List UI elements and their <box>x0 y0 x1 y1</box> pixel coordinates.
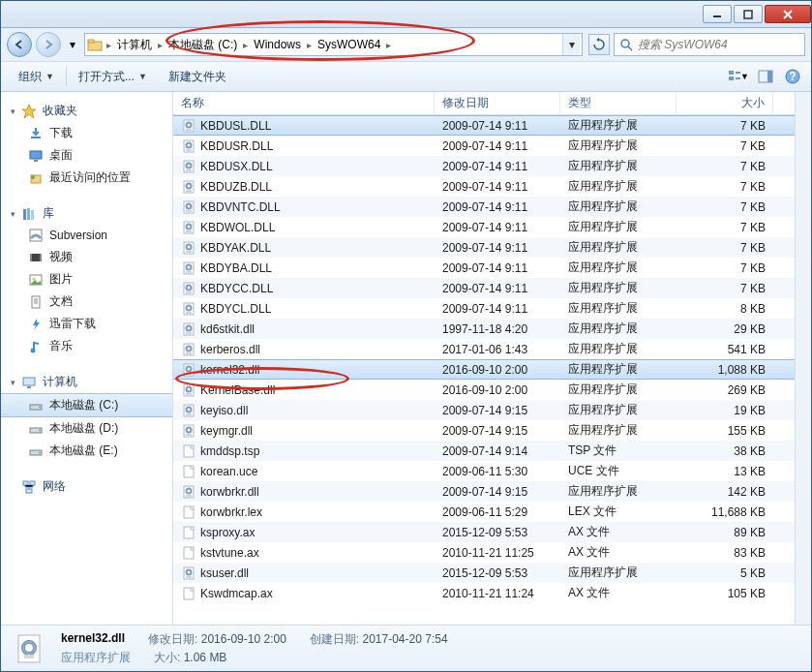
svg-rect-2 <box>88 40 94 43</box>
preview-pane-button[interactable] <box>755 66 776 87</box>
table-row[interactable]: kmddsp.tsp2009-07-14 9:14TSP 文件38 KB <box>173 441 795 461</box>
minimize-button[interactable] <box>703 5 732 23</box>
sidebar-item-downloads[interactable]: 下载 <box>1 122 172 144</box>
picture-icon <box>28 272 44 288</box>
breadcrumb-bar[interactable]: ▸ 计算机 ▸ 本地磁盘 (C:) ▸ Windows ▸ SysWOW64 ▸… <box>84 33 583 56</box>
close-button[interactable] <box>765 5 811 23</box>
table-row[interactable]: kerberos.dll2017-01-06 1:43应用程序扩展541 KB <box>173 339 795 359</box>
sidebar-item-recent[interactable]: 最近访问的位置 <box>1 167 172 189</box>
table-row[interactable]: KBDYAK.DLL2009-07-14 9:11应用程序扩展7 KB <box>173 237 795 258</box>
file-name: KBDYAK.DLL <box>200 241 271 255</box>
navigation-pane[interactable]: ▾收藏夹 下载 桌面 最近访问的位置 ▾库 Subversion 视频 图片 文… <box>1 92 173 625</box>
file-type: 应用程序扩展 <box>560 239 677 256</box>
file-list[interactable]: 名称 修改日期 类型 大小 KBDUSL.DLL2009-07-14 9:11应… <box>173 92 795 625</box>
file-type: AX 文件 <box>560 585 677 601</box>
file-date: 2015-12-09 5:53 <box>435 526 560 539</box>
refresh-button[interactable] <box>588 34 610 55</box>
breadcrumb-item[interactable]: 计算机 <box>115 37 154 53</box>
column-header-date[interactable]: 修改日期 <box>435 92 560 114</box>
view-options-button[interactable]: ▼ <box>728 66 749 87</box>
table-row[interactable]: KernelBase.dll2016-09-10 2:00应用程序扩展269 K… <box>173 380 795 400</box>
sidebar-network-header[interactable]: ▾网络 <box>1 475 172 498</box>
table-row[interactable]: KBDYCC.DLL2009-07-14 9:11应用程序扩展7 KB <box>173 278 795 298</box>
open-with-button[interactable]: 打开方式...▼ <box>69 65 157 89</box>
table-row[interactable]: keymgr.dll2009-07-14 9:15应用程序扩展155 KB <box>173 420 795 441</box>
file-type: TSP 文件 <box>560 443 677 459</box>
drive-icon <box>28 398 44 413</box>
sidebar-libraries-header[interactable]: ▾库 <box>1 202 172 225</box>
recent-dropdown-icon[interactable]: ▾ <box>65 37 80 52</box>
sidebar-item-drive-c[interactable]: 本地磁盘 (C:) <box>1 393 172 417</box>
table-row[interactable]: korean.uce2009-06-11 5:30UCE 文件13 KB <box>173 461 795 481</box>
table-row[interactable]: KBDUSL.DLL2009-07-14 9:11应用程序扩展7 KB <box>173 115 795 136</box>
chevron-right-icon[interactable]: ▸ <box>303 40 316 50</box>
breadcrumb-item[interactable]: 本地磁盘 (C:) <box>166 37 239 53</box>
chevron-right-icon[interactable]: ▸ <box>154 40 166 50</box>
organize-button[interactable]: 组织▼ <box>9 65 64 89</box>
file-date: 2009-07-14 9:11 <box>435 221 560 234</box>
chevron-right-icon[interactable]: ▸ <box>103 40 115 50</box>
table-row[interactable]: kd6stkit.dll1997-11-18 4:20应用程序扩展29 KB <box>173 319 795 339</box>
breadcrumb-item[interactable]: Windows <box>252 38 303 51</box>
chevron-down-icon: ▼ <box>45 72 54 81</box>
table-row[interactable]: korwbrkr.dll2009-07-14 9:15应用程序扩展142 KB <box>173 481 795 502</box>
chevron-right-icon[interactable]: ▸ <box>239 40 252 50</box>
chevron-right-icon[interactable]: ▸ <box>382 40 395 50</box>
table-row[interactable]: KBDUSR.DLL2009-07-14 9:11应用程序扩展7 KB <box>173 136 795 156</box>
column-header-type[interactable]: 类型 <box>560 92 677 114</box>
file-date: 2009-07-14 9:11 <box>435 180 560 194</box>
svg-rect-34 <box>23 481 28 485</box>
sidebar-item-pictures[interactable]: 图片 <box>1 268 172 290</box>
svg-rect-92 <box>184 547 194 559</box>
maximize-button[interactable] <box>734 5 763 23</box>
file-date: 2009-07-14 9:11 <box>435 261 560 275</box>
file-date: 2009-06-11 5:29 <box>435 505 560 519</box>
table-row[interactable]: KBDUZB.DLL2009-07-14 9:11应用程序扩展7 KB <box>173 176 795 197</box>
sidebar-computer-header[interactable]: ▾计算机 <box>1 371 172 393</box>
table-row[interactable]: kstvtune.ax2010-11-21 11:25AX 文件83 KB <box>173 542 795 563</box>
sidebar-item-desktop[interactable]: 桌面 <box>1 144 172 167</box>
sidebar-item-drive-d[interactable]: 本地磁盘 (D:) <box>1 417 172 440</box>
file-size: 7 KB <box>677 160 773 173</box>
file-name: keymgr.dll <box>200 424 253 438</box>
table-row[interactable]: kernel32.dll2016-09-10 2:00应用程序扩展1,088 K… <box>173 359 795 380</box>
svg-rect-57 <box>186 251 192 253</box>
sidebar-item-drive-e[interactable]: 本地磁盘 (E:) <box>1 440 172 462</box>
svg-point-33 <box>39 451 41 453</box>
table-row[interactable]: ksproxy.ax2015-12-09 5:53AX 文件89 KB <box>173 522 795 542</box>
file-name: KBDYCC.DLL <box>200 282 273 295</box>
back-button[interactable] <box>7 32 32 57</box>
sidebar-item-thunder[interactable]: 迅雷下载 <box>1 313 172 335</box>
sidebar-item-subversion[interactable]: Subversion <box>1 225 172 246</box>
table-row[interactable]: ksuser.dll2015-12-09 5:53应用程序扩展5 KB <box>173 563 795 583</box>
table-row[interactable]: Kswdmcap.ax2010-11-21 11:24AX 文件105 KB <box>173 583 795 603</box>
svg-rect-0 <box>744 11 752 18</box>
scrollbar-vertical[interactable] <box>795 92 811 625</box>
table-row[interactable]: KBDWOL.DLL2009-07-14 9:11应用程序扩展7 KB <box>173 217 795 237</box>
column-header-name[interactable]: 名称 <box>173 92 435 114</box>
file-size: 8 KB <box>677 302 773 316</box>
breadcrumb-dropdown-icon[interactable]: ▾ <box>562 34 580 55</box>
file-date: 2016-09-10 2:00 <box>435 383 560 397</box>
sidebar-item-documents[interactable]: 文档 <box>1 290 172 313</box>
table-row[interactable]: keyiso.dll2009-07-14 9:15应用程序扩展19 KB <box>173 400 795 420</box>
title-bar[interactable] <box>1 1 811 28</box>
sidebar-favorites-header[interactable]: ▾收藏夹 <box>1 100 172 122</box>
sidebar-item-videos[interactable]: 视频 <box>1 246 172 268</box>
table-row[interactable]: korwbrkr.lex2009-06-11 5:29LEX 文件11,688 … <box>173 502 795 522</box>
sidebar-item-music[interactable]: 音乐 <box>1 335 172 357</box>
new-folder-button[interactable]: 新建文件夹 <box>159 65 236 89</box>
body-area: ▾收藏夹 下载 桌面 最近访问的位置 ▾库 Subversion 视频 图片 文… <box>1 92 811 625</box>
table-row[interactable]: KBDYBA.DLL2009-07-14 9:11应用程序扩展7 KB <box>173 258 795 278</box>
table-row[interactable]: KBDVNTC.DLL2009-07-14 9:11应用程序扩展7 KB <box>173 197 795 217</box>
file-date: 2009-06-11 5:30 <box>435 465 560 478</box>
table-row[interactable]: KBDYCL.DLL2009-07-14 9:11应用程序扩展8 KB <box>173 298 795 319</box>
help-button[interactable]: ? <box>782 66 803 87</box>
forward-button[interactable] <box>36 32 61 57</box>
breadcrumb-item[interactable]: SysWOW64 <box>316 38 382 51</box>
file-name: kerberos.dll <box>200 343 260 356</box>
column-header-size[interactable]: 大小 <box>677 92 773 114</box>
table-row[interactable]: KBDUSX.DLL2009-07-14 9:11应用程序扩展7 KB <box>173 156 795 176</box>
search-input[interactable]: 搜索 SysWOW64 <box>614 33 805 56</box>
file-date: 2009-07-14 9:11 <box>435 200 560 214</box>
